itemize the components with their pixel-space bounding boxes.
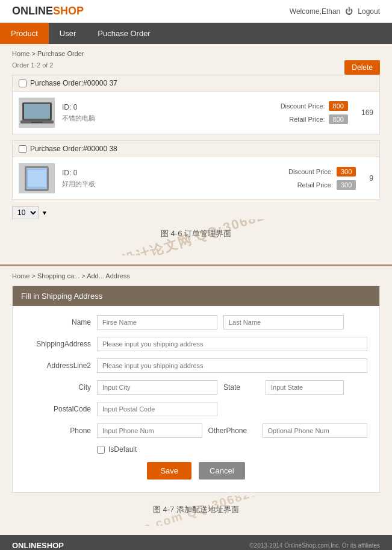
footer-logo: ONLINESHOP [12,541,64,550]
address2-input[interactable] [97,358,367,373]
breadcrumb2: Home > Shopping ca... > Add... Address [12,272,380,280]
purchase-order-section: Home > Purchase Order Order 1-2 of 2 Del… [0,44,392,264]
discount-row-2: Discount Price: 300 [288,167,356,177]
address2-label: AddressLine2 [25,361,91,370]
welcome-text: Welcome,Ethan [290,7,341,16]
main-nav: Product User Puchase Order [0,23,392,44]
retail-row-2: Retail Price: 300 [288,180,356,190]
product-name-1: 不错的电脑 [62,114,273,123]
page-size-select[interactable]: 10 [12,206,39,219]
header-right: Welcome,Ethan ⏻ Logout [290,7,380,16]
svg-rect-3 [50,103,51,120]
retail-label-2: Retail Price: [297,181,333,189]
form-body: Name ShippingAddress AddressLine2 City S… [13,306,379,492]
price-info-2: Discount Price: 300 Retail Price: 300 [288,167,356,190]
pagination: 10 ▼ [12,206,380,219]
page-dropdown-icon: ▼ [42,210,48,216]
form-card: Fill in Shipping Address Name ShippingAd… [12,286,380,493]
form-header: Fill in Shipping Address [13,286,379,306]
retail-label-1: Retail Price: [289,116,325,123]
city-state-row: City State [25,380,367,395]
nav-item-purchase-order[interactable]: Puchase Order [87,23,161,44]
address2-row: AddressLine2 [25,358,367,373]
isdefault-row: IsDefault [25,445,367,454]
delete-button[interactable]: Delete [344,60,380,75]
postal-row: PostalCode [25,402,367,416]
order-item-2: ID: 0 好用的平板 Discount Price: 300 Retail P… [13,157,379,199]
product-name-2: 好用的平板 [62,180,281,189]
shipping-label: ShippingAddress [25,340,91,348]
power-icon: ⏻ [345,7,353,16]
logo-part2: SHOP [53,5,84,17]
watermark-1: 毕业设计论文网 QQ:306826066 [93,219,300,255]
svg-rect-1 [24,104,50,119]
logout-button[interactable]: Logout [358,7,380,16]
discount-row-1: Discount Price: 800 [281,101,348,111]
footer: ONLINESHOP ©2013-2014 OnlineShop.com,Inc… [0,535,392,550]
product-id-1: ID: 0 [62,103,273,111]
price-info-1: Discount Price: 800 Retail Price: 800 [281,101,348,124]
retail-price-1: 800 [329,114,348,124]
svg-rect-5 [31,122,43,123]
last-name-input[interactable] [223,315,344,330]
state-label: State [223,383,260,392]
order-block-2: Purchase Order:#00000 38 ID: 0 好用的平板 Dis… [12,140,380,200]
order-title-2: Purchase Order:#00000 38 [13,141,379,157]
isdefault-label[interactable]: IsDefault [97,445,137,454]
order-checkbox-1[interactable] [19,80,26,87]
discount-price-2: 300 [337,167,356,177]
product-info-1: ID: 0 不错的电脑 [62,103,273,123]
retail-price-2: 300 [337,180,356,190]
postal-label: PostalCode [25,405,91,413]
nav-item-product[interactable]: Product [0,23,49,44]
header: ONLINESHOP Welcome,Ethan ⏻ Logout [0,0,392,23]
city-label: City [25,383,91,392]
order-checkbox-2[interactable] [19,145,26,153]
svg-rect-2 [23,103,24,120]
otherphone-label: OtherPhone [208,427,257,435]
name-row: Name [25,315,367,330]
product-image-1 [19,98,55,128]
shipping-address-section: Home > Shopping ca... > Add... Address F… [0,266,392,535]
otherphone-input[interactable] [263,423,368,438]
nav-item-user[interactable]: User [49,23,87,44]
logo: ONLINESHOP [12,5,84,17]
order-block-1: Purchase Order:#00000 37 ID: 0 不错的电脑 [12,75,380,134]
retail-row-1: Retail Price: 800 [281,114,348,124]
order-item-1: ID: 0 不错的电脑 Discount Price: 800 Retail P… [13,92,379,134]
quantity-2: 9 [369,174,373,183]
discount-price-1: 800 [329,101,348,111]
state-input[interactable] [266,380,344,395]
name-label: Name [25,318,91,327]
product-id-2: ID: 0 [62,169,281,177]
svg-rect-10 [28,170,46,187]
order-number-2: Purchase Order:#00000 38 [30,145,117,153]
order-number-1: Purchase Order:#00000 37 [30,79,117,87]
form-actions: Save Cancel [25,462,367,480]
product-image-2 [19,163,55,193]
order-count: Order 1-2 of 2 [12,61,53,69]
isdefault-text: IsDefault [108,445,137,454]
phone-input[interactable] [97,423,202,438]
city-input[interactable] [97,380,217,395]
footer-copyright: ©2013-2014 OnlineShop.com,Inc. Or its af… [249,542,380,549]
cancel-button[interactable]: Cancel [199,462,244,480]
product-info-2: ID: 0 好用的平板 [62,169,281,189]
first-name-input[interactable] [97,315,217,330]
quantity-1: 169 [361,108,373,117]
discount-label-2: Discount Price: [288,168,333,175]
discount-label-1: Discount Price: [281,102,325,110]
logo-part1: ONLINE [12,5,53,17]
phone-row: Phone OtherPhone [25,423,367,438]
phone-label: Phone [25,427,91,435]
postal-input[interactable] [97,402,217,416]
breadcrumb: Home > Purchase Order [12,50,380,57]
watermark-2: 56doc.com QQ:306826066 [110,496,282,526]
order-title-1: Purchase Order:#00000 37 [13,75,379,92]
shipping-address-input[interactable] [97,337,367,351]
isdefault-checkbox[interactable] [97,446,105,454]
save-button[interactable]: Save [147,462,191,480]
shipping-row: ShippingAddress [25,337,367,351]
